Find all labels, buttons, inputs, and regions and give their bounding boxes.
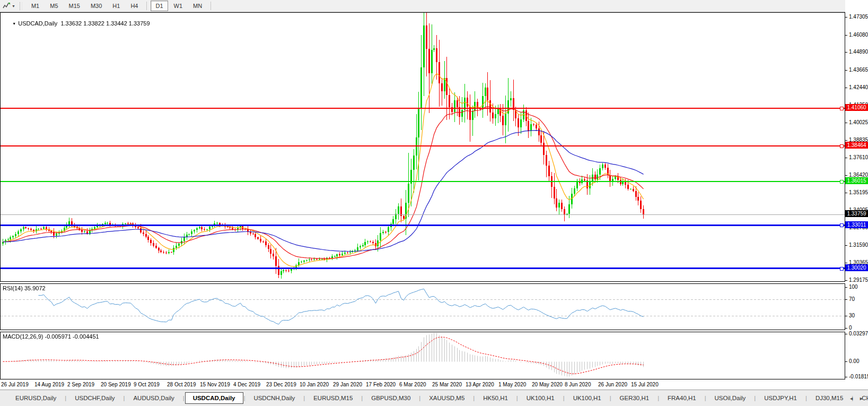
date-tick-label: 14 Aug 2019 <box>34 382 64 387</box>
rsi-canvas[interactable] <box>1 284 845 330</box>
date-tick-label: 10 Jan 2020 <box>300 382 329 387</box>
chart-tab-usdcnh-daily[interactable]: USDCNH,Daily <box>246 393 303 403</box>
resistance-line-1-price-label: 1.41060 <box>845 104 868 111</box>
triangle-down-icon[interactable]: ▼ <box>12 22 16 25</box>
chart-tab-gbpusd-m30[interactable]: GBPUSD,M30 <box>363 393 418 403</box>
chart-tab-uk100-h1[interactable]: UK100,H1 <box>519 393 563 403</box>
price-tick-label: 1.44890 <box>849 49 868 55</box>
chart-tab-fra40-h1[interactable]: FRA40,H1 <box>660 393 704 403</box>
toolbar-grip-handle[interactable] <box>20 2 22 10</box>
chart-title: ▼USDCAD,Daily 1.33632 1.33822 1.33442 1.… <box>3 14 150 33</box>
macd-title: MACD(12,26,9) -0.005971 -0.004451 <box>3 333 99 340</box>
macd-canvas[interactable] <box>1 332 845 379</box>
chart-tab-dj30-m15[interactable]: DJ30,M15 <box>808 393 851 403</box>
chart-tab-xauusd-m5[interactable]: XAUUSD,M5 <box>421 393 472 403</box>
date-tick-label: 15 Nov 2019 <box>200 382 230 387</box>
pivot-line-green-handle[interactable] <box>840 180 844 184</box>
indicators-icon[interactable] <box>2 2 11 10</box>
price-chart-window: ▼USDCAD,Daily 1.33632 1.33822 1.33442 1.… <box>0 12 845 282</box>
resistance-line-2-price-label: 1.38464 <box>845 142 868 149</box>
price-tick-label: 1.37610 <box>849 154 868 160</box>
chart-tab-usdcad-daily[interactable]: USDCAD,Daily <box>185 392 243 404</box>
chart-tab-eurusd-m15[interactable]: EURUSD,M15 <box>305 393 361 403</box>
price-tick-label: 1.31590 <box>849 242 868 248</box>
pivot-line-green[interactable] <box>1 181 845 182</box>
date-tick-label: 29 Jan 2020 <box>333 382 362 387</box>
timeframe-button-h4[interactable]: H4 <box>126 1 143 11</box>
axis-tick <box>845 361 847 362</box>
tabs-scroll-right-icon[interactable]: ► <box>859 396 864 401</box>
tab-separator: | <box>754 395 756 401</box>
rsi-level-label: 30 <box>849 313 855 318</box>
tab-separator: | <box>516 395 518 401</box>
tabs-scroll-left-icon[interactable]: ◄ <box>849 396 854 401</box>
resistance-line-2-handle[interactable] <box>840 144 844 148</box>
time-scale: 26 Jul 201914 Aug 20192 Sep 201920 Sep 2… <box>0 380 845 390</box>
timeframe-button-mn[interactable]: MN <box>188 1 207 11</box>
timeframe-buttons: M1M5M15M30H1H4D1W1MN <box>26 1 214 11</box>
chart-tab-usdchf-daily[interactable]: USDCHF,Daily <box>67 393 122 403</box>
date-tick-label: 1 May 2020 <box>498 382 526 387</box>
axis-tick <box>845 35 847 36</box>
date-tick-label: 17 Feb 2020 <box>366 382 396 387</box>
axis-tick <box>845 377 847 377</box>
timeframe-button-m1[interactable]: M1 <box>27 1 44 11</box>
tab-separator: | <box>183 395 185 401</box>
date-tick-label: 2 Sep 2019 <box>67 382 94 387</box>
axis-tick <box>845 70 847 71</box>
axis-tick <box>845 245 847 246</box>
chart-tab-eurusd-daily[interactable]: EURUSD,Daily <box>7 393 64 403</box>
mt4-terminal: ▼ M1M5M15M30H1H4D1W1MN ▼USDCAD,Daily 1.3… <box>0 0 868 406</box>
support-line-1[interactable] <box>1 224 845 226</box>
axis-tick <box>845 299 847 300</box>
timeframe-button-m5[interactable]: M5 <box>45 1 63 11</box>
resistance-line-1[interactable] <box>1 108 845 109</box>
resistance-line-2[interactable] <box>1 145 845 146</box>
rsi-indicator-window: RSI(14) 35.9072 <box>0 283 845 330</box>
axis-tick <box>845 193 847 193</box>
axis-tick <box>845 328 847 329</box>
tab-separator: | <box>473 395 475 401</box>
tab-separator: | <box>419 395 420 401</box>
date-tick-label: 20 Sep 2019 <box>101 382 131 387</box>
chevron-down-icon[interactable]: ▼ <box>12 4 15 8</box>
date-tick-label: 26 Jun 2020 <box>598 382 627 387</box>
chart-tab-usdjpy-h1[interactable]: USDJPY,H1 <box>756 393 805 403</box>
date-tick-label: 28 Oct 2019 <box>167 382 196 387</box>
chart-tab-ger30-h1[interactable]: GER30,H1 <box>612 393 657 403</box>
rsi-level-label: 70 <box>849 296 855 302</box>
rsi-title: RSI(14) 35.9072 <box>3 285 46 291</box>
timeframe-button-d1[interactable]: D1 <box>151 1 168 11</box>
chart-symbol-period: USDCAD,Daily <box>18 20 57 27</box>
axis-tick <box>845 280 847 281</box>
axis-tick <box>845 263 847 263</box>
price-tick-label: 1.47305 <box>849 14 868 20</box>
price-chart-canvas[interactable] <box>1 13 845 281</box>
macd-indicator-window: MACD(12,26,9) -0.005971 -0.004451 <box>0 332 845 379</box>
resistance-line-1-handle[interactable] <box>840 107 844 110</box>
date-tick-label: 13 Apr 2020 <box>466 382 494 387</box>
bid-price-label: 1.33759 <box>845 210 868 217</box>
price-tick-label: 1.42440 <box>849 84 868 90</box>
chart-tab-hk50-h1[interactable]: HK50,H1 <box>475 393 516 403</box>
axis-tick <box>845 17 847 18</box>
date-tick-label: 6 Mar 2020 <box>399 382 426 387</box>
timeframe-button-m30[interactable]: M30 <box>86 1 107 11</box>
timeframe-button-m15[interactable]: M15 <box>64 1 85 11</box>
price-tick-label: 1.35195 <box>849 189 868 195</box>
chart-tab-uk100-h1[interactable]: UK100,H1 <box>565 393 609 403</box>
chart-ohlc-values: 1.33632 1.33822 1.33442 1.33759 <box>60 20 150 27</box>
support-line-1-handle[interactable] <box>840 223 844 227</box>
chart-tab-usoil-daily[interactable]: USOil,Daily <box>707 393 754 403</box>
tab-separator: | <box>705 395 706 401</box>
support-line-2-handle[interactable] <box>840 267 844 271</box>
timeframe-button-h1[interactable]: H1 <box>108 1 125 11</box>
timeframe-button-w1[interactable]: W1 <box>169 1 188 11</box>
timeframe-toolbar: ▼ M1M5M15M30H1H4D1W1MN <box>0 0 868 12</box>
chart-tab-audusd-daily[interactable]: AUDUSD,Daily <box>125 393 182 403</box>
price-tick-label: 1.46080 <box>849 32 868 38</box>
support-line-1-price-label: 1.33011 <box>845 221 868 228</box>
support-line-2[interactable] <box>1 267 845 269</box>
axis-tick <box>845 287 847 288</box>
tab-separator: | <box>244 395 246 401</box>
